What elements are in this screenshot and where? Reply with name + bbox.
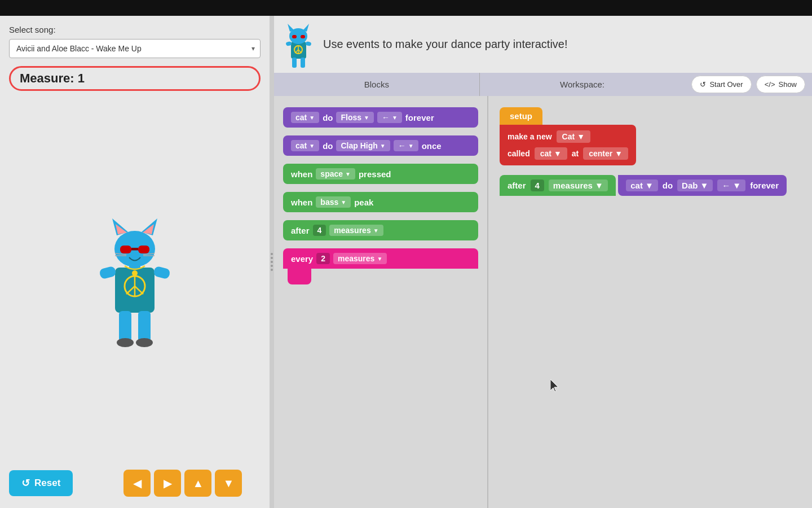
block-every-label: every xyxy=(291,254,313,264)
svg-rect-10 xyxy=(153,265,171,279)
cat-icon-small xyxy=(283,20,314,68)
nav-prev-button[interactable]: ◀ xyxy=(123,470,151,497)
block-pressed-label: pressed xyxy=(359,169,391,179)
block-clap-dropdown[interactable]: Clap High ▼ xyxy=(336,140,390,151)
reset-icon: ↺ xyxy=(21,477,30,489)
cursor-area xyxy=(550,379,559,395)
main-container: Select song: Avicii and Aloe Blacc - Wak… xyxy=(0,16,812,508)
right-panel: Use events to make your dance party inte… xyxy=(274,16,812,508)
block-dir1-dropdown[interactable]: ← ▼ xyxy=(377,112,402,123)
svg-rect-17 xyxy=(120,246,131,253)
block-after-measures[interactable]: after 4 measures ▼ xyxy=(283,220,478,240)
svg-rect-5 xyxy=(119,311,131,342)
svg-rect-18 xyxy=(138,246,149,253)
start-over-icon: ↺ xyxy=(700,80,706,89)
block-measures-dropdown[interactable]: measures ▼ xyxy=(329,225,383,236)
ws-action-block: cat ▼ do Dab ▼ ← ▼ forever xyxy=(618,175,787,196)
panel-divider xyxy=(270,16,274,508)
tab-actions: ↺ Start Over </> Show xyxy=(685,73,812,95)
cat-display-area xyxy=(9,97,261,461)
workspace-tab[interactable]: Workspace: xyxy=(480,73,685,96)
ws-dab-chip[interactable]: Dab ▼ xyxy=(677,179,713,191)
svg-marker-40 xyxy=(550,379,558,392)
svg-rect-38 xyxy=(286,41,292,46)
reset-button[interactable]: ↺ Reset xyxy=(9,470,73,496)
ws-after-value: 4 xyxy=(531,179,544,191)
block-space-dropdown[interactable]: space ▼ xyxy=(316,168,355,179)
workspace-panel: setup make a new Cat ▼ called cat ▼ at c… xyxy=(488,96,812,508)
block-cat-dropdown[interactable]: cat ▼ xyxy=(291,112,319,123)
block-cat-clap[interactable]: cat ▼ do Clap High ▼ ← ▼ once xyxy=(283,135,478,156)
svg-rect-32 xyxy=(292,35,297,38)
block-when2-label: when xyxy=(291,198,312,207)
svg-rect-28 xyxy=(301,58,305,68)
show-button[interactable]: </> Show xyxy=(756,76,805,93)
cat-name-chip[interactable]: cat ▼ xyxy=(535,147,567,160)
cat-type-chip[interactable]: Cat ▼ xyxy=(557,130,590,143)
svg-point-7 xyxy=(117,338,134,347)
make-a-new-label: make a new xyxy=(508,132,552,141)
svg-rect-6 xyxy=(138,311,151,342)
ws-after-label: after xyxy=(508,181,526,190)
block-do-label: do xyxy=(323,113,333,122)
block-every-measures[interactable]: every 2 measures ▼ xyxy=(283,248,478,269)
setup-row2: called cat ▼ at center ▼ xyxy=(508,147,628,160)
nav-next-button[interactable]: ▶ xyxy=(154,470,181,497)
song-select-wrapper: Avicii and Aloe Blacc - Wake Me Up ▾ xyxy=(9,39,261,58)
block-peak-label: peak xyxy=(354,198,373,207)
block-when-space[interactable]: when space ▼ pressed xyxy=(283,164,478,184)
start-over-label: Start Over xyxy=(709,80,743,89)
svg-rect-39 xyxy=(305,41,311,46)
cursor-icon xyxy=(550,379,559,393)
song-select[interactable]: Avicii and Aloe Blacc - Wake Me Up xyxy=(9,39,261,58)
ws-cat-chip[interactable]: cat ▼ xyxy=(626,179,658,191)
block-forever-label: forever xyxy=(405,113,434,122)
left-panel: Select song: Avicii and Aloe Blacc - Wak… xyxy=(0,16,270,508)
at-label: at xyxy=(572,149,579,158)
select-song-label: Select song: xyxy=(9,25,261,34)
block-once-label: once xyxy=(422,141,442,151)
block-dir2-dropdown[interactable]: ← ▼ xyxy=(394,140,418,151)
block-do2-label: do xyxy=(323,141,333,151)
block-measures2-dropdown[interactable]: measures ▼ xyxy=(333,253,387,264)
setup-header: setup xyxy=(500,107,542,125)
ws-cat-arrow: ▼ xyxy=(645,181,654,190)
svg-rect-33 xyxy=(301,35,305,38)
tab-header-row: Blocks Workspace: ↺ Start Over </> Show xyxy=(274,73,812,96)
top-bar xyxy=(0,0,812,16)
setup-row1: make a new Cat ▼ xyxy=(508,130,628,143)
right-header: Use events to make your dance party inte… xyxy=(274,16,812,73)
cat-position-chip[interactable]: center ▼ xyxy=(583,147,628,160)
svg-marker-30 xyxy=(288,24,294,32)
ws-measures-chip[interactable]: measures ▼ xyxy=(549,179,608,191)
cat-position-arrow: ▼ xyxy=(615,149,623,158)
ws-dab-arrow: ▼ xyxy=(700,181,708,190)
content-area: cat ▼ do Floss ▼ ← ▼ forever cat ▼ do Cl… xyxy=(274,96,812,508)
cat-character xyxy=(95,203,174,355)
cat-type-arrow: ▼ xyxy=(577,132,585,141)
block-after-value: 4 xyxy=(313,225,326,236)
block-floss-dropdown[interactable]: Floss ▼ xyxy=(336,112,373,123)
block-when-bass[interactable]: when bass ▼ peak xyxy=(283,192,478,212)
ws-do-label: do xyxy=(663,181,673,190)
nav-up-button[interactable]: ▲ xyxy=(184,470,211,497)
block-bass-dropdown[interactable]: bass ▼ xyxy=(316,196,351,208)
ws-measures-arrow: ▼ xyxy=(595,181,603,190)
svg-rect-9 xyxy=(99,265,117,279)
block-cat-floss[interactable]: cat ▼ do Floss ▼ ← ▼ forever xyxy=(283,107,478,128)
setup-group: setup make a new Cat ▼ called cat ▼ at c… xyxy=(500,107,636,165)
measure-badge: Measure: 1 xyxy=(9,66,261,91)
show-icon: </> xyxy=(765,80,775,89)
after-group: after 4 measures ▼ cat ▼ do Dab ▼ ← ▼ fo… xyxy=(500,175,787,196)
block-every-value: 2 xyxy=(316,253,330,264)
svg-point-25 xyxy=(132,270,138,276)
ws-after-trigger: after 4 measures ▼ xyxy=(500,175,616,196)
drag-handle[interactable] xyxy=(271,253,273,271)
blocks-tab[interactable]: Blocks xyxy=(274,73,480,96)
nav-down-button[interactable]: ▼ xyxy=(215,470,242,497)
block-cat2-dropdown[interactable]: cat ▼ xyxy=(291,140,319,151)
start-over-button[interactable]: ↺ Start Over xyxy=(691,76,751,93)
svg-rect-27 xyxy=(292,58,297,68)
ws-dir-chip[interactable]: ← ▼ xyxy=(717,179,745,191)
ws-forever-label: forever xyxy=(750,181,779,190)
